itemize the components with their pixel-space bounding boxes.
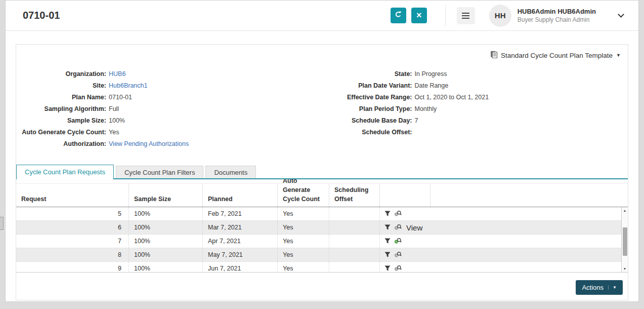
field-label: Effective Date Range: xyxy=(322,94,412,101)
table-row[interactable]: 5 100% Feb 7, 2021 Yes xyxy=(16,207,621,221)
field-value: In Progress xyxy=(415,70,447,78)
field-value: Monthly xyxy=(415,105,437,112)
cell-planned: Feb 7, 2021 xyxy=(202,207,277,220)
cell-planned: May 7, 2021 xyxy=(202,248,277,261)
column-header-filler xyxy=(430,184,628,207)
cell-sample-size: 100% xyxy=(128,248,202,261)
cell-auto-generate: Yes xyxy=(277,248,329,261)
field-label: Schedule Offset: xyxy=(322,129,412,136)
table-row[interactable]: 8 100% May 7, 2021 Yes xyxy=(16,248,621,262)
view-action[interactable]: View xyxy=(406,223,422,232)
tab-cycle-count-plan-filters[interactable]: Cycle Count Plan Filters xyxy=(116,166,203,179)
field-effective-date-range: Effective Date Range: Oct 1, 2020 to Oct… xyxy=(322,91,628,103)
cell-request: 7 xyxy=(16,235,128,248)
close-button[interactable]: × xyxy=(411,8,427,23)
refresh-button[interactable] xyxy=(391,8,406,23)
template-icon xyxy=(490,51,501,60)
field-label: Schedule Base Day: xyxy=(322,117,412,124)
tab-documents[interactable]: Documents xyxy=(205,166,256,179)
drilldown-icon[interactable] xyxy=(394,251,402,258)
top-bar-actions: × HH HUB6Admin HUB6Admin Buyer Supply Ch… xyxy=(391,5,629,27)
table-row[interactable]: 6 100% Mar 7, 2021 Yes xyxy=(16,221,621,235)
cell-sample-size: 100% xyxy=(128,221,202,234)
column-header-planned[interactable]: Planned xyxy=(202,184,277,207)
drilldown-icon[interactable] xyxy=(394,224,402,231)
column-header-actions xyxy=(379,184,430,207)
actions-button[interactable]: Actions ▼ xyxy=(576,280,623,295)
top-bar: 0710-01 × HH HUB6Admin xyxy=(6,1,638,31)
actions-button-label: Actions xyxy=(582,284,604,291)
filter-icon[interactable] xyxy=(384,252,391,258)
cell-auto-generate: Yes xyxy=(277,207,329,220)
filter-icon[interactable] xyxy=(384,238,391,244)
field-label: Sampling Algorithm: xyxy=(16,105,106,112)
generate-icon[interactable] xyxy=(394,238,402,245)
cell-actions xyxy=(379,248,430,261)
cell-sample-size: 100% xyxy=(128,262,202,272)
field-label: Site: xyxy=(16,82,106,89)
tab-cycle-count-plan-requests[interactable]: Cycle Count Plan Requests xyxy=(16,165,114,179)
drilldown-icon[interactable] xyxy=(394,210,402,217)
filter-icon[interactable] xyxy=(384,265,391,272)
cell-actions: View xyxy=(379,221,430,234)
field-label: State: xyxy=(322,70,412,78)
scrollbar-track[interactable] xyxy=(622,214,628,265)
field-plan-name: Plan Name: 0710-01 xyxy=(16,91,322,103)
user-avatar[interactable]: HH xyxy=(489,5,511,27)
field-value: Yes xyxy=(109,129,119,136)
field-label: Plan Date Variant: xyxy=(322,82,412,89)
pending-authorizations-link[interactable]: View Pending Authorizations xyxy=(109,140,189,147)
table-header-row: Request Sample Size Planned Auto Generat… xyxy=(16,183,628,207)
cell-scheduling-offset xyxy=(329,262,379,272)
column-header-auto-generate[interactable]: Auto Generate Cycle Count xyxy=(277,184,329,207)
plan-details: Organization: HUB6 Site: Hub6Branch1 Pla… xyxy=(16,68,628,149)
field-label: Auto Generate Cycle Count: xyxy=(16,129,106,136)
cell-actions xyxy=(379,235,430,248)
detail-tabs: Cycle Count Plan Requests Cycle Count Pl… xyxy=(16,165,628,179)
cell-request: 6 xyxy=(16,221,128,234)
field-sample-size: Sample Size: 100% xyxy=(16,114,322,126)
organization-link[interactable]: HUB6 xyxy=(109,70,125,78)
field-label: Organization: xyxy=(16,70,106,78)
user-info: HUB6Admin HUB6Admin Buyer Supply Chain A… xyxy=(518,7,596,24)
user-menu-button[interactable] xyxy=(612,7,629,24)
cell-scheduling-offset xyxy=(329,207,379,220)
scrollbar-thumb[interactable] xyxy=(623,227,627,256)
user-name: HUB6Admin HUB6Admin xyxy=(518,7,596,16)
field-plan-date-variant: Plan Date Variant: Date Range xyxy=(322,80,628,91)
filter-icon[interactable] xyxy=(384,224,391,230)
field-auto-generate: Auto Generate Cycle Count: Yes xyxy=(16,126,322,138)
site-link[interactable]: Hub6Branch1 xyxy=(109,82,147,89)
column-header-request[interactable]: Request xyxy=(16,184,128,207)
cell-auto-generate: Yes xyxy=(277,235,329,248)
field-value: 100% xyxy=(109,117,125,124)
chevron-down-icon xyxy=(618,11,624,18)
scroll-up-icon[interactable]: ▲ xyxy=(622,207,628,214)
field-label: Authorization: xyxy=(16,140,106,147)
field-value: Date Range xyxy=(415,82,449,89)
table-row[interactable]: 9 100% Jun 7, 2021 Yes xyxy=(16,262,621,272)
menu-button[interactable] xyxy=(457,7,475,24)
field-authorization: Authorization: View Pending Authorizatio… xyxy=(16,138,322,149)
details-right-column: State: In Progress Plan Date Variant: Da… xyxy=(322,68,628,149)
field-label: Plan Period Type: xyxy=(322,105,412,112)
cell-planned: Mar 7, 2021 xyxy=(202,221,277,234)
actions-caret-icon: ▼ xyxy=(608,285,617,290)
column-header-scheduling-offset[interactable]: Scheduling Offset xyxy=(329,184,379,207)
filter-icon[interactable] xyxy=(384,211,391,217)
cell-sample-size: 100% xyxy=(128,235,202,248)
field-value: 7 xyxy=(415,117,418,124)
field-label: Plan Name: xyxy=(16,94,106,101)
field-organization: Organization: HUB6 xyxy=(16,68,322,80)
left-panel-handle[interactable] xyxy=(0,217,4,230)
table-row[interactable]: 7 100% Apr 7, 2021 Yes xyxy=(16,235,621,248)
scroll-down-icon[interactable]: ▼ xyxy=(622,265,628,272)
cell-auto-generate: Yes xyxy=(277,221,329,234)
table-scrollbar[interactable]: ▲ ▼ xyxy=(621,207,628,272)
template-selector[interactable]: Standard Cycle Count Plan Template ▼ xyxy=(16,45,628,60)
page-title: 0710-01 xyxy=(23,10,60,21)
column-header-sample-size[interactable]: Sample Size xyxy=(128,184,202,207)
field-value: Oct 1, 2020 to Oct 1, 2021 xyxy=(415,94,489,101)
field-label: Sample Size: xyxy=(16,117,106,124)
drilldown-icon[interactable] xyxy=(394,265,402,272)
